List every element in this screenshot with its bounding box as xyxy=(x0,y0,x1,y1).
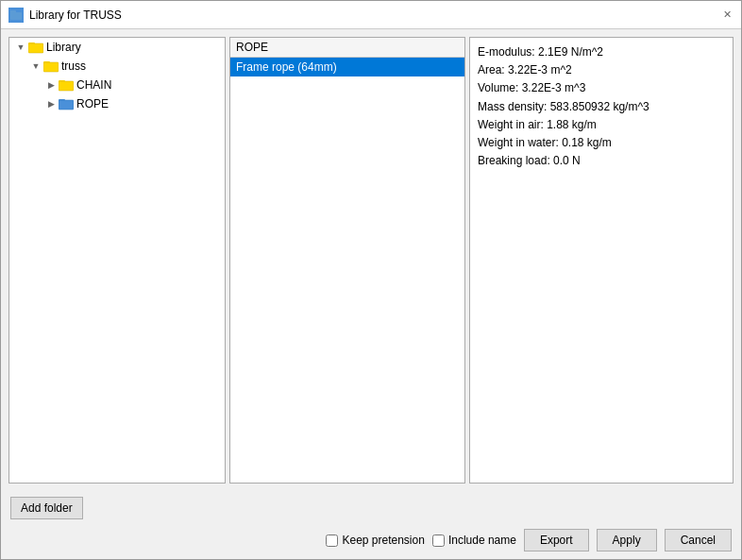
titlebar: Library for TRUSS ✕ xyxy=(1,1,741,29)
tree-rope[interactable]: ▶ ROPE xyxy=(40,94,225,113)
tree-truss[interactable]: ▼ truss xyxy=(25,57,225,76)
list-header: ROPE xyxy=(230,38,464,58)
property-line: Volume: 3.22E-3 m^3 xyxy=(478,79,725,97)
property-line: Mass density: 583.850932 kg/m^3 xyxy=(478,98,725,116)
truss-folder-icon xyxy=(43,59,59,73)
property-line: Weight in water: 0.18 kg/m xyxy=(478,134,725,152)
svg-rect-3 xyxy=(28,42,35,45)
include-name-text: Include name xyxy=(448,534,516,547)
main-window: Library for TRUSS ✕ ▼ Library xyxy=(0,0,742,560)
tree-root-label: Library xyxy=(46,41,81,54)
window-icon xyxy=(8,8,24,23)
tree-root[interactable]: ▼ Library xyxy=(9,38,225,57)
chain-folder-icon xyxy=(59,78,74,92)
keep-pretension-label[interactable]: Keep pretension xyxy=(326,534,424,547)
apply-button[interactable]: Apply xyxy=(597,529,657,552)
main-content: ▼ Library ▼ xyxy=(1,29,741,491)
bottom-section: Add folder Keep pretension Include name … xyxy=(1,491,741,559)
svg-rect-0 xyxy=(10,12,22,20)
tree-chain-label: CHAIN xyxy=(76,78,111,92)
rope-folder-icon xyxy=(59,97,74,110)
property-line: Area: 3.22E-3 m^2 xyxy=(478,61,725,79)
rope-expand-icon[interactable]: ▶ xyxy=(43,96,59,111)
chain-expand-icon[interactable]: ▶ xyxy=(43,77,59,93)
titlebar-left: Library for TRUSS xyxy=(8,8,122,23)
property-line: E-modulus: 2.1E9 N/m^2 xyxy=(478,43,725,61)
keep-pretension-text: Keep pretension xyxy=(342,534,424,547)
property-line: Weight in air: 1.88 kg/m xyxy=(478,116,725,134)
list-item[interactable]: Frame rope (64mm) xyxy=(230,58,464,76)
controls-row: Keep pretension Include name Export Appl… xyxy=(1,525,741,559)
svg-rect-1 xyxy=(10,10,16,13)
properties-container: E-modulus: 2.1E9 N/m^2Area: 3.22E-3 m^2V… xyxy=(478,43,725,170)
root-folder-icon xyxy=(28,41,43,54)
close-button[interactable]: ✕ xyxy=(720,8,734,22)
include-name-label[interactable]: Include name xyxy=(432,534,516,547)
keep-pretension-checkbox[interactable] xyxy=(326,535,338,547)
svg-rect-12 xyxy=(59,99,65,102)
property-line: Breaking load: 0.0 N xyxy=(478,152,725,170)
add-folder-button[interactable]: Add folder xyxy=(10,497,83,519)
root-expand-icon[interactable]: ▼ xyxy=(13,40,28,55)
tree-chain[interactable]: ▶ CHAIN xyxy=(40,76,225,94)
tree-truss-label: truss xyxy=(61,59,86,73)
cancel-button[interactable]: Cancel xyxy=(665,529,732,552)
svg-rect-6 xyxy=(43,61,50,64)
list-panel: ROPE Frame rope (64mm) xyxy=(229,37,465,484)
svg-rect-9 xyxy=(59,80,65,83)
export-button[interactable]: Export xyxy=(524,529,589,552)
window-title: Library for TRUSS xyxy=(29,8,122,22)
tree-panel: ▼ Library ▼ xyxy=(8,37,226,484)
include-name-checkbox[interactable] xyxy=(432,535,445,547)
truss-expand-icon[interactable]: ▼ xyxy=(28,59,43,74)
add-folder-row: Add folder xyxy=(1,491,741,519)
properties-panel: E-modulus: 2.1E9 N/m^2Area: 3.22E-3 m^2V… xyxy=(469,37,734,484)
titlebar-controls: ✕ xyxy=(720,8,734,22)
tree-rope-label: ROPE xyxy=(76,97,109,110)
